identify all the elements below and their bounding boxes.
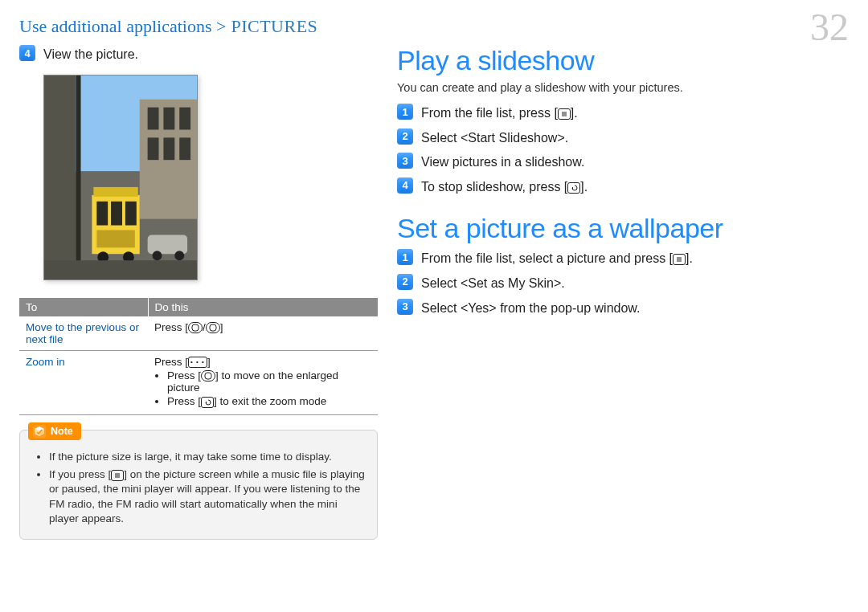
back-key-icon	[567, 182, 580, 194]
wallpaper-step-1: 1 From the file list, select a picture a…	[397, 249, 799, 267]
slideshow-step-2: 2 Select <Start Slideshow>.	[397, 129, 799, 147]
svg-rect-20	[148, 235, 187, 254]
note-badge: Note	[28, 422, 81, 440]
svg-rect-15	[125, 201, 137, 225]
down-key-icon	[206, 322, 220, 333]
up-key-icon	[188, 322, 203, 333]
dots-key-icon	[188, 357, 207, 368]
menu-key-icon	[111, 470, 124, 481]
note-box: Note If the picture size is large, it ma…	[19, 430, 378, 540]
breadcrumb: Use additional applications > PICTURES	[19, 16, 849, 37]
crumb-current: PICTURES	[226, 16, 317, 36]
note-item-2: If you press [] on the picture screen wh…	[49, 467, 366, 526]
row1-do: Press [/]	[148, 316, 378, 351]
svg-rect-5	[148, 107, 159, 129]
svg-rect-9	[163, 137, 174, 160]
row1-to: Move to the previous or next file	[19, 316, 148, 351]
table-row: Move to the previous or next file Press …	[19, 316, 378, 351]
left-column: 4 View the picture.	[19, 45, 378, 540]
row2-to: Zoom in	[19, 350, 148, 414]
controls-table: To Do this Move to the previous or next …	[19, 298, 378, 415]
svg-rect-10	[179, 137, 190, 160]
nav-key-icon	[201, 370, 215, 381]
crumb-root: Use additional applications >	[19, 16, 226, 36]
svg-rect-12	[93, 187, 137, 197]
section-slideshow-lead: You can create and play a slideshow with…	[397, 81, 799, 94]
menu-key-icon	[673, 254, 686, 265]
svg-rect-6	[163, 107, 174, 129]
svg-point-21	[153, 251, 162, 260]
step-4-text: View the picture.	[43, 45, 138, 63]
section-wallpaper-title: Set a picture as a wallpaper	[397, 213, 799, 244]
menu-key-icon	[558, 108, 571, 120]
row2-do: Press [] Press [] to move on the enlarge…	[148, 350, 378, 414]
section-slideshow-title: Play a slideshow	[397, 45, 799, 76]
svg-rect-2	[44, 75, 76, 279]
table-head-do: Do this	[148, 298, 378, 316]
svg-rect-23	[192, 324, 199, 331]
wallpaper-step-2: 2 Select <Set as My Skin>.	[397, 274, 799, 292]
svg-point-22	[174, 251, 184, 260]
right-column: Play a slideshow You can create and play…	[397, 45, 799, 540]
svg-rect-13	[96, 201, 108, 225]
svg-rect-16	[96, 230, 135, 247]
sample-picture	[43, 75, 198, 280]
svg-rect-3	[76, 75, 81, 279]
note-label: Note	[51, 426, 73, 437]
step-4: 4 View the picture.	[19, 45, 378, 63]
svg-rect-8	[148, 137, 159, 160]
note-item-1: If the picture size is large, it may tak…	[49, 450, 366, 464]
svg-rect-25	[205, 373, 211, 379]
svg-rect-19	[44, 260, 197, 279]
svg-rect-24	[210, 324, 216, 331]
svg-rect-14	[111, 201, 122, 225]
slideshow-step-1: 1 From the file list, press [].	[397, 104, 799, 122]
svg-rect-7	[179, 107, 190, 129]
table-head-to: To	[19, 298, 148, 316]
table-row: Zoom in Press [] Press [] to move on the…	[19, 350, 378, 414]
step-number-4: 4	[19, 45, 35, 61]
slideshow-step-3: 3 View pictures in a slideshow.	[397, 153, 799, 171]
slideshow-step-4: 4 To stop slideshow, press [].	[397, 177, 799, 196]
back-key-icon	[201, 397, 214, 408]
note-cube-icon	[33, 425, 46, 438]
wallpaper-step-3: 3 Select <Yes> from the pop-up window.	[397, 299, 799, 317]
page-number: 32	[810, 5, 849, 49]
